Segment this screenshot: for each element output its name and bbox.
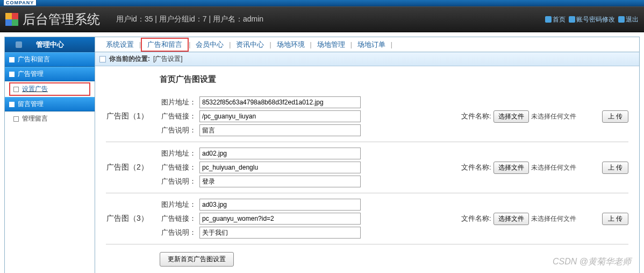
app-header: 后台管理系统 用户id：35 | 用户分组id：7 | 用户名：admin 首页… [0,6,644,32]
label-img-url: 图片地址： [159,149,196,158]
sidebar-header: 管理中心 [5,37,95,52]
main-area: 系统设置|广告和留言|会员中心|资讯中心|场地环境|场地管理|场地订单| 你当前… [95,37,639,273]
app-title: 后台管理系统 [23,11,100,28]
top-bar: COMPANY [0,0,644,6]
label-img-url: 图片地址： [159,97,196,107]
label-ad-link: 广告链接： [159,214,196,223]
tab-bar: 系统设置|广告和留言|会员中心|资讯中心|场地环境|场地管理|场地订单| [95,37,639,52]
file-status: 未选择任何文件 [531,112,576,121]
tab-3[interactable]: 资讯中心 [231,40,269,50]
choose-file-button[interactable]: 选择文件 [493,213,529,225]
label-ad-desc: 广告说明： [159,177,196,186]
upload-button[interactable]: 上 传 [602,162,628,174]
lock-icon [569,16,575,23]
tab-2[interactable]: 会员中心 [190,40,229,50]
ad-title: 广告图（1） [106,111,149,121]
sidebar-item-set-ad[interactable]: 设置广告 [9,82,90,96]
sidebar-section-root[interactable]: 广告和留言 [5,52,95,67]
file-name-label: 文件名称: [461,111,491,121]
label-ad-desc: 广告说明： [159,228,196,237]
upload-button[interactable]: 上 传 [602,110,628,123]
section-title: 首页广告图设置 [160,74,628,85]
tab-6[interactable]: 场地订单 [352,40,391,50]
home-icon [545,16,552,23]
logo-icon [5,13,18,26]
input-ad-link[interactable] [199,162,361,173]
ad-title: 广告图（3） [106,214,149,223]
input-img-url[interactable] [199,148,361,159]
ad-block-1: 广告图（1）图片地址：广告链接：广告说明：文件名称:选择文件未选择任何文件上 传 [106,91,628,142]
input-ad-desc[interactable] [199,227,361,239]
input-ad-desc[interactable] [199,124,361,136]
input-img-url[interactable] [199,199,361,211]
sidebar-group-msg[interactable]: 留言管理 [5,97,95,111]
input-ad-desc[interactable] [199,176,361,187]
file-status: 未选择任何文件 [531,163,576,172]
sidebar-item-manage-msg[interactable]: 管理留言 [5,111,95,126]
content: 首页广告图设置 广告图（1）图片地址：广告链接：广告说明：文件名称:选择文件未选… [95,66,639,273]
choose-file-button[interactable]: 选择文件 [493,162,529,174]
file-name-label: 文件名称: [461,163,491,172]
page-icon [99,56,106,62]
input-ad-link[interactable] [199,213,361,225]
tab-0[interactable]: 系统设置 [101,40,139,50]
company-badge: COMPANY [3,0,37,6]
tab-5[interactable]: 场地管理 [312,40,350,50]
tab-4[interactable]: 场地环境 [271,40,310,50]
password-link[interactable]: 账号密码修改 [569,15,615,24]
label-ad-link: 广告链接： [159,111,196,121]
doc-icon [13,116,19,122]
watermark: CSDN @黄菊华老师 [553,256,631,268]
home-link[interactable]: 首页 [545,15,566,24]
sidebar-group-ad[interactable]: 广告管理 [5,67,95,81]
label-img-url: 图片地址： [159,200,196,209]
label-ad-link: 广告链接： [159,163,196,172]
breadcrumb: 你当前的位置: [广告设置] [95,52,639,66]
upload-button[interactable]: 上 传 [602,213,628,225]
label-ad-desc: 广告说明： [159,125,196,135]
ad-title: 广告图（2） [106,163,149,172]
doc-icon [13,87,19,92]
sidebar: 管理中心 广告和留言 广告管理 设置广告 留言管理 管理留言 [5,37,95,273]
ad-block-3: 广告图（3）图片地址：广告链接：广告说明：文件名称:选择文件未选择任何文件上 传 [106,193,628,244]
square-icon [9,72,15,77]
user-meta: 用户id：35 | 用户分组id：7 | 用户名：admin [116,15,263,24]
ad-block-2: 广告图（2）图片地址：广告链接：广告说明：文件名称:选择文件未选择任何文件上 传 [106,142,628,193]
file-name-label: 文件名称: [461,214,491,223]
choose-file-button[interactable]: 选择文件 [493,110,529,123]
update-all-button[interactable]: 更新首页广告图设置 [160,252,234,267]
square-icon [9,102,15,107]
tab-1[interactable]: 广告和留言 [141,38,189,52]
input-img-url[interactable] [199,96,361,108]
grid-icon [9,57,15,62]
input-ad-link[interactable] [199,110,361,122]
file-status: 未选择任何文件 [531,214,576,223]
logout-link[interactable]: 退出 [618,15,639,24]
power-icon [618,16,625,23]
